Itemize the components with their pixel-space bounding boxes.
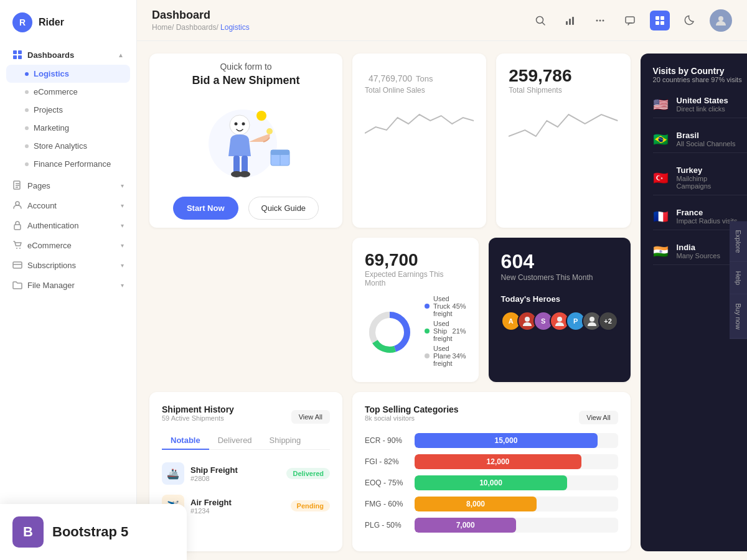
br-name: Brasil (677, 131, 744, 140)
dot (25, 126, 29, 130)
quick-form-card: Quick form to Bid a New Shipment (149, 54, 342, 228)
dashboards-header[interactable]: Dashboards ▲ (0, 45, 136, 65)
sidebar-item-finance-performance[interactable]: Finance Performance (0, 155, 136, 173)
br-flag: 🇧🇷 (653, 132, 670, 147)
bar-ecr-label: ECR - 90% (365, 436, 408, 445)
authentication-label: Authentication (27, 221, 78, 230)
header-left: Dashboard Home/ Dashboards/ Logistics (152, 9, 250, 32)
bar-fmg-track: 8,000 (415, 497, 618, 511)
avatar-wrap[interactable] (710, 9, 732, 32)
bar-plg-label: PLG - 50% (365, 521, 408, 530)
shipment-history-header: Shipment History 59 Active Shipments Vie… (162, 404, 330, 429)
sidebar-item-account[interactable]: Account ▾ (0, 195, 136, 215)
sidebar-item-file-manager[interactable]: File Manager ▾ (0, 275, 136, 295)
svg-point-18 (596, 19, 598, 21)
bar-plg-track: 7,000 (415, 518, 618, 533)
logo[interactable]: R Rider (0, 12, 136, 45)
shipment-id-2: #1234 (190, 507, 284, 515)
chat-icon-btn[interactable] (620, 11, 640, 30)
shipments-chart (509, 102, 618, 139)
country-row-us: 🇺🇸 United States Direct link clicks 9,76… (653, 91, 747, 118)
breadcrumb: Home/ Dashboards/ Logistics (152, 23, 250, 32)
truck-legend-item: Used Truck freight 45% (425, 295, 466, 317)
svg-point-30 (230, 115, 250, 135)
search-icon-btn[interactable] (530, 11, 550, 30)
customers-card: 604 New Customers This Month Today's Her… (489, 238, 631, 382)
sidebar-item-label: Projects (34, 105, 63, 114)
bar-ecr: ECR - 90% 15,000 (365, 433, 618, 448)
dot (25, 90, 29, 94)
chevron-down-icon: ▾ (121, 262, 124, 269)
sidebar-item-ecommerce[interactable]: eCommerce (0, 83, 136, 101)
sidebar-item-logistics[interactable]: Logistics (6, 65, 130, 83)
shipment-row-2: ✈️ Air Freight #1234 Pending (162, 490, 330, 522)
bar-plg-fill: 7,000 (415, 518, 516, 533)
breadcrumb-home[interactable]: Home/ (152, 23, 176, 32)
tab-notable[interactable]: Notable (162, 432, 209, 450)
svg-point-11 (19, 248, 21, 249)
bar-fgi: FGI - 82% 12,000 (365, 454, 618, 469)
sidebar-item-projects[interactable]: Projects (0, 101, 136, 119)
moon-icon (684, 15, 695, 26)
user-avatar[interactable] (710, 9, 732, 32)
categories-view-all[interactable]: View All (579, 411, 618, 424)
shipment-name-2: Air Freight (190, 498, 284, 507)
donut-area: Used Truck freight 45% Used Ship freight… (365, 295, 466, 370)
total-shipments-number: 259,786 (509, 66, 618, 86)
svg-rect-17 (572, 17, 574, 25)
shipment-info-1: Ship Freight #2808 (190, 465, 280, 482)
bar-eoq-track: 10,000 (415, 475, 618, 490)
start-now-button[interactable]: Start Now (173, 197, 238, 220)
chevron-up-icon: ▲ (118, 52, 124, 58)
dots-icon-btn[interactable] (590, 11, 610, 30)
breadcrumb-dashboards[interactable]: Dashboards/ (176, 23, 220, 32)
svg-rect-21 (626, 17, 634, 23)
svg-point-29 (266, 128, 273, 134)
country-row-br: 🇧🇷 Brasil All Social Channels 4,062 -0.4… (653, 126, 747, 153)
svg-point-10 (16, 248, 17, 249)
sidebar-item-authentication[interactable]: Authentication ▾ (0, 215, 136, 235)
sidebar-item-subscriptions[interactable]: Subscriptions ▾ (0, 255, 136, 275)
chart-icon-btn[interactable] (560, 11, 580, 30)
shipment-view-all[interactable]: View All (291, 410, 330, 424)
earnings-area: 69,700 Expected Earnings This Month (352, 238, 631, 382)
chart-icon (565, 15, 576, 26)
buy-now-tab[interactable]: Buy now (730, 294, 747, 338)
customers-number: 604 (501, 250, 618, 273)
bar-eoq-label: EOQ - 75% (365, 478, 408, 487)
shipment-icon-1: 🚢 (162, 462, 184, 485)
tab-delivered[interactable]: Delivered (209, 432, 261, 450)
sidebar-item-ecommerce-menu[interactable]: eCommerce ▾ (0, 235, 136, 255)
logo-icon: R (12, 12, 32, 32)
earnings-card: 69,700 Expected Earnings This Month (352, 238, 479, 382)
svg-rect-1 (18, 50, 22, 54)
help-tab[interactable]: Help (730, 263, 747, 295)
chevron-down-icon: ▾ (121, 222, 124, 229)
bar-ecr-track: 15,000 (415, 433, 618, 448)
svg-point-20 (603, 19, 604, 21)
sidebar-item-label: eCommerce (34, 87, 78, 96)
explore-tab[interactable]: Explore (730, 221, 747, 262)
bar-eoq-fill: 10,000 (415, 475, 567, 490)
categories-header: Top Selling Categories 8k social visitor… (365, 404, 618, 431)
svg-point-39 (239, 171, 250, 177)
sidebar-item-marketing[interactable]: Marketing (0, 119, 136, 137)
sidebar-item-pages[interactable]: Pages ▾ (0, 175, 136, 195)
customers-label: New Customers This Month (501, 273, 618, 282)
pages-label: Pages (27, 181, 50, 190)
categories-title: Top Selling Categories (365, 404, 459, 414)
svg-point-45 (557, 317, 562, 322)
categories-sub: 8k social visitors (365, 414, 459, 422)
visits-title: Visits by Country (653, 66, 742, 76)
grid-view-icon-btn[interactable] (650, 11, 670, 30)
user-avatar-icon (714, 14, 728, 27)
quick-guide-button[interactable]: Quick Guide (248, 197, 319, 220)
shipment-tabs: Notable Delivered Shipping (162, 432, 330, 450)
shipment-id-1: #2808 (190, 475, 280, 482)
dark-mode-icon-btn[interactable] (680, 11, 700, 30)
shipment-row-1: 🚢 Ship Freight #2808 Delivered (162, 457, 330, 490)
earnings-label: Expected Earnings This Month (365, 270, 466, 287)
sidebar-item-store-analytics[interactable]: Store Analytics (0, 137, 136, 155)
tr-sub: Mailchimp Campaigns (677, 175, 742, 190)
tab-shipping[interactable]: Shipping (261, 432, 310, 450)
